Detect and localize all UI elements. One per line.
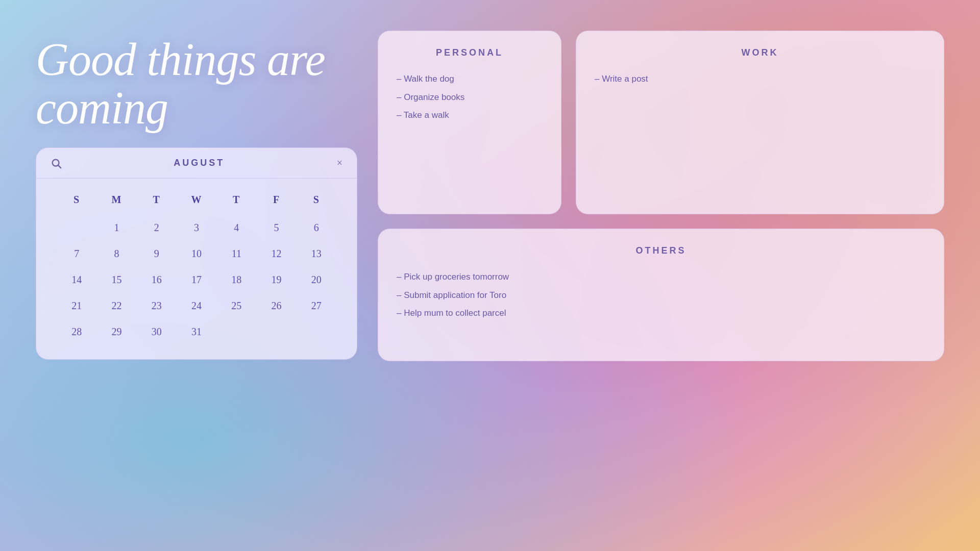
calendar-date-10[interactable]: 10 bbox=[177, 242, 216, 266]
calendar-date-31[interactable]: 31 bbox=[177, 320, 216, 344]
calendar-header: AUGUST × bbox=[36, 148, 357, 179]
calendar-date-24[interactable]: 24 bbox=[177, 294, 216, 318]
calendar-date-19[interactable]: 19 bbox=[256, 268, 296, 292]
page-layout: Good things are coming AUGUST × S M T W … bbox=[0, 0, 980, 551]
calendar-card: AUGUST × S M T W T F S .1234567891011121… bbox=[36, 147, 357, 360]
list-item: – Take a walk bbox=[397, 109, 543, 122]
personal-card: PERSONAL – Walk the dog– Organize books–… bbox=[378, 31, 561, 214]
list-item: – Pick up groceries tomorrow bbox=[397, 270, 925, 284]
list-item: – Submit application for Toro bbox=[397, 289, 925, 302]
day-label-s1: S bbox=[57, 189, 96, 211]
calendar-date-1[interactable]: 1 bbox=[96, 216, 136, 240]
work-title: WORK bbox=[595, 47, 925, 58]
work-card: WORK – Write a post bbox=[576, 31, 944, 214]
svg-line-1 bbox=[58, 165, 61, 168]
calendar-date-2[interactable]: 2 bbox=[137, 216, 177, 240]
calendar-date-18[interactable]: 18 bbox=[216, 268, 256, 292]
calendar-days-header: S M T W T F S bbox=[57, 189, 336, 211]
others-card: OTHERS – Pick up groceries tomorrow– Sub… bbox=[378, 229, 944, 361]
left-column: Good things are coming AUGUST × S M T W … bbox=[36, 31, 357, 520]
day-label-t1: T bbox=[137, 189, 177, 211]
calendar-close-button[interactable]: × bbox=[337, 157, 342, 169]
hero-title: Good things are coming bbox=[36, 31, 357, 132]
calendar-date-15[interactable]: 15 bbox=[96, 268, 136, 292]
day-label-w: W bbox=[177, 189, 216, 211]
day-label-s2: S bbox=[297, 189, 336, 211]
work-items: – Write a post bbox=[595, 72, 925, 86]
calendar-date-7[interactable]: 7 bbox=[57, 242, 96, 266]
calendar-month-label: AUGUST bbox=[174, 158, 225, 168]
calendar-date-26[interactable]: 26 bbox=[256, 294, 296, 318]
calendar-date-5[interactable]: 5 bbox=[256, 216, 296, 240]
calendar-date-27[interactable]: 27 bbox=[297, 294, 336, 318]
calendar-date-21[interactable]: 21 bbox=[57, 294, 96, 318]
calendar-date-30[interactable]: 30 bbox=[137, 320, 177, 344]
calendar-date-9[interactable]: 9 bbox=[137, 242, 177, 266]
search-icon[interactable] bbox=[51, 158, 62, 169]
top-row: PERSONAL – Walk the dog– Organize books–… bbox=[378, 31, 944, 214]
calendar-date-29[interactable]: 29 bbox=[96, 320, 136, 344]
day-label-m: M bbox=[96, 189, 136, 211]
calendar-date-17[interactable]: 17 bbox=[177, 268, 216, 292]
list-item: – Organize books bbox=[397, 91, 543, 104]
list-item: – Walk the dog bbox=[397, 72, 543, 86]
day-label-f: F bbox=[256, 189, 296, 211]
others-items: – Pick up groceries tomorrow– Submit app… bbox=[397, 270, 925, 320]
calendar-date-25[interactable]: 25 bbox=[216, 294, 256, 318]
calendar-date-14[interactable]: 14 bbox=[57, 268, 96, 292]
day-label-t2: T bbox=[216, 189, 256, 211]
calendar-grid: S M T W T F S .1234567891011121314151617… bbox=[36, 179, 357, 359]
calendar-date-3[interactable]: 3 bbox=[177, 216, 216, 240]
calendar-dates: .123456789101112131415161718192021222324… bbox=[57, 216, 336, 344]
calendar-date-12[interactable]: 12 bbox=[256, 242, 296, 266]
bottom-row: OTHERS – Pick up groceries tomorrow– Sub… bbox=[378, 229, 944, 520]
calendar-date-22[interactable]: 22 bbox=[96, 294, 136, 318]
calendar-date-11[interactable]: 11 bbox=[216, 242, 256, 266]
calendar-date-23[interactable]: 23 bbox=[137, 294, 177, 318]
calendar-date-8[interactable]: 8 bbox=[96, 242, 136, 266]
calendar-date-16[interactable]: 16 bbox=[137, 268, 177, 292]
others-title: OTHERS bbox=[397, 245, 925, 256]
list-item: – Write a post bbox=[595, 72, 925, 86]
calendar-date-4[interactable]: 4 bbox=[216, 216, 256, 240]
calendar-date-13[interactable]: 13 bbox=[297, 242, 336, 266]
calendar-date-6[interactable]: 6 bbox=[297, 216, 336, 240]
personal-items: – Walk the dog– Organize books– Take a w… bbox=[397, 72, 543, 122]
right-column: PERSONAL – Walk the dog– Organize books–… bbox=[378, 31, 944, 520]
list-item: – Help mum to collect parcel bbox=[397, 307, 925, 320]
calendar-date-28[interactable]: 28 bbox=[57, 320, 96, 344]
personal-title: PERSONAL bbox=[397, 47, 543, 58]
calendar-date-20[interactable]: 20 bbox=[297, 268, 336, 292]
